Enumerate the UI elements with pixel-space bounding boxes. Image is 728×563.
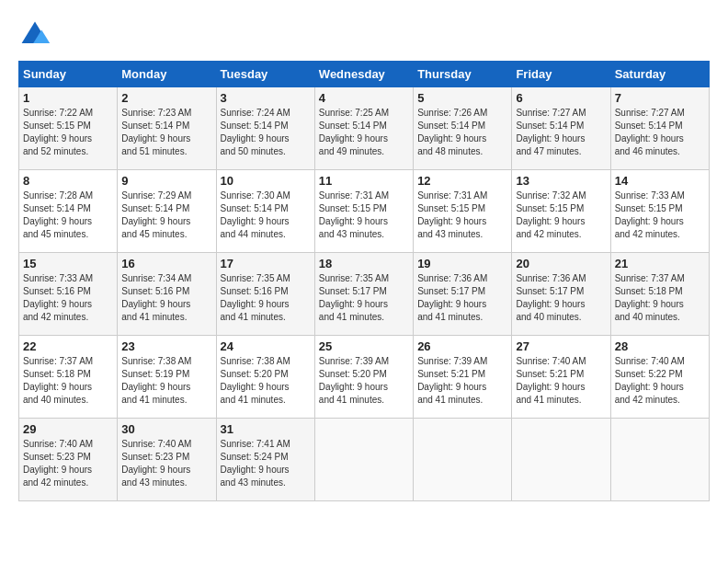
day-cell: 14 Sunrise: 7:33 AMSunset: 5:15 PMDaylig… <box>610 170 709 253</box>
day-cell: 26 Sunrise: 7:39 AMSunset: 5:21 PMDaylig… <box>414 336 512 419</box>
day-info: Sunrise: 7:35 AMSunset: 5:16 PMDaylight:… <box>221 272 311 324</box>
day-info: Sunrise: 7:22 AMSunset: 5:15 PMDaylight:… <box>23 107 113 158</box>
day-info: Sunrise: 7:37 AMSunset: 5:18 PMDaylight:… <box>23 355 113 407</box>
header-cell-monday: Monday <box>118 62 216 87</box>
day-cell: 7 Sunrise: 7:27 AMSunset: 5:14 PMDayligh… <box>610 87 709 170</box>
day-info: Sunrise: 7:33 AMSunset: 5:15 PMDaylight:… <box>615 190 705 241</box>
header-cell-friday: Friday <box>512 62 610 87</box>
header-cell-saturday: Saturday <box>610 62 709 87</box>
day-number: 17 <box>221 257 311 270</box>
day-cell: 15 Sunrise: 7:33 AMSunset: 5:16 PMDaylig… <box>19 253 118 336</box>
day-cell: 23 Sunrise: 7:38 AMSunset: 5:19 PMDaylig… <box>118 336 216 419</box>
day-cell: 30 Sunrise: 7:40 AMSunset: 5:23 PMDaylig… <box>118 419 216 501</box>
day-info: Sunrise: 7:39 AMSunset: 5:20 PMDaylight:… <box>319 355 409 407</box>
day-cell: 6 Sunrise: 7:27 AMSunset: 5:14 PMDayligh… <box>512 87 610 170</box>
calendar-header: SundayMondayTuesdayWednesdayThursdayFrid… <box>19 62 710 87</box>
day-number: 3 <box>221 91 311 105</box>
day-info: Sunrise: 7:31 AMSunset: 5:15 PMDaylight:… <box>417 190 507 241</box>
day-cell: 29 Sunrise: 7:40 AMSunset: 5:23 PMDaylig… <box>19 419 118 501</box>
day-info: Sunrise: 7:30 AMSunset: 5:14 PMDaylight:… <box>221 190 311 241</box>
day-info: Sunrise: 7:40 AMSunset: 5:23 PMDaylight:… <box>23 438 113 489</box>
day-number: 4 <box>319 91 409 105</box>
day-cell: 25 Sunrise: 7:39 AMSunset: 5:20 PMDaylig… <box>314 336 413 419</box>
day-cell: 13 Sunrise: 7:32 AMSunset: 5:15 PMDaylig… <box>512 170 610 253</box>
day-cell: 21 Sunrise: 7:37 AMSunset: 5:18 PMDaylig… <box>610 253 709 336</box>
day-info: Sunrise: 7:35 AMSunset: 5:17 PMDaylight:… <box>319 272 409 324</box>
header-cell-tuesday: Tuesday <box>216 62 314 87</box>
day-number: 12 <box>417 174 507 188</box>
day-number: 6 <box>516 91 606 105</box>
day-cell: 12 Sunrise: 7:31 AMSunset: 5:15 PMDaylig… <box>414 170 512 253</box>
day-number: 28 <box>615 339 705 353</box>
day-cell: 19 Sunrise: 7:36 AMSunset: 5:17 PMDaylig… <box>414 253 512 336</box>
day-number: 21 <box>615 257 705 270</box>
day-info: Sunrise: 7:29 AMSunset: 5:14 PMDaylight:… <box>121 190 211 241</box>
day-cell: 16 Sunrise: 7:34 AMSunset: 5:16 PMDaylig… <box>118 253 216 336</box>
day-info: Sunrise: 7:26 AMSunset: 5:14 PMDaylight:… <box>417 107 507 158</box>
day-info: Sunrise: 7:38 AMSunset: 5:19 PMDaylight:… <box>121 355 211 407</box>
day-number: 19 <box>417 257 507 270</box>
calendar: SundayMondayTuesdayWednesdayThursdayFrid… <box>18 61 710 501</box>
day-number: 10 <box>221 174 311 188</box>
week-row-5: 29 Sunrise: 7:40 AMSunset: 5:23 PMDaylig… <box>19 419 710 501</box>
day-cell <box>314 419 413 501</box>
day-number: 18 <box>319 257 409 270</box>
week-row-3: 15 Sunrise: 7:33 AMSunset: 5:16 PMDaylig… <box>19 253 710 336</box>
day-info: Sunrise: 7:23 AMSunset: 5:14 PMDaylight:… <box>121 107 211 158</box>
day-info: Sunrise: 7:40 AMSunset: 5:21 PMDaylight:… <box>516 355 606 407</box>
day-cell <box>610 419 709 501</box>
week-row-2: 8 Sunrise: 7:28 AMSunset: 5:14 PMDayligh… <box>19 170 710 253</box>
day-number: 11 <box>319 174 409 188</box>
day-info: Sunrise: 7:27 AMSunset: 5:14 PMDaylight:… <box>615 107 705 158</box>
day-info: Sunrise: 7:34 AMSunset: 5:16 PMDaylight:… <box>121 272 211 324</box>
day-number: 22 <box>23 339 113 353</box>
day-cell: 9 Sunrise: 7:29 AMSunset: 5:14 PMDayligh… <box>118 170 216 253</box>
day-number: 5 <box>417 91 507 105</box>
header-row: SundayMondayTuesdayWednesdayThursdayFrid… <box>19 62 710 87</box>
day-number: 23 <box>121 339 211 353</box>
day-number: 13 <box>516 174 606 188</box>
day-info: Sunrise: 7:41 AMSunset: 5:24 PMDaylight:… <box>221 438 311 489</box>
day-cell: 11 Sunrise: 7:31 AMSunset: 5:15 PMDaylig… <box>314 170 413 253</box>
day-cell: 4 Sunrise: 7:25 AMSunset: 5:14 PMDayligh… <box>314 87 413 170</box>
day-cell: 18 Sunrise: 7:35 AMSunset: 5:17 PMDaylig… <box>314 253 413 336</box>
day-info: Sunrise: 7:27 AMSunset: 5:14 PMDaylight:… <box>516 107 606 158</box>
day-number: 7 <box>615 91 705 105</box>
day-cell <box>512 419 610 501</box>
day-cell: 17 Sunrise: 7:35 AMSunset: 5:16 PMDaylig… <box>216 253 314 336</box>
header-cell-thursday: Thursday <box>414 62 512 87</box>
day-info: Sunrise: 7:32 AMSunset: 5:15 PMDaylight:… <box>516 190 606 241</box>
week-row-1: 1 Sunrise: 7:22 AMSunset: 5:15 PMDayligh… <box>19 87 710 170</box>
day-info: Sunrise: 7:24 AMSunset: 5:14 PMDaylight:… <box>221 107 311 158</box>
day-cell: 27 Sunrise: 7:40 AMSunset: 5:21 PMDaylig… <box>512 336 610 419</box>
day-cell: 1 Sunrise: 7:22 AMSunset: 5:15 PMDayligh… <box>19 87 118 170</box>
day-number: 16 <box>121 257 211 270</box>
day-cell: 8 Sunrise: 7:28 AMSunset: 5:14 PMDayligh… <box>19 170 118 253</box>
day-info: Sunrise: 7:40 AMSunset: 5:23 PMDaylight:… <box>121 438 211 489</box>
day-info: Sunrise: 7:31 AMSunset: 5:15 PMDaylight:… <box>319 190 409 241</box>
day-cell: 24 Sunrise: 7:38 AMSunset: 5:20 PMDaylig… <box>216 336 314 419</box>
day-number: 8 <box>23 174 113 188</box>
day-cell <box>414 419 512 501</box>
day-number: 30 <box>121 422 211 436</box>
day-number: 26 <box>417 339 507 353</box>
day-cell: 5 Sunrise: 7:26 AMSunset: 5:14 PMDayligh… <box>414 87 512 170</box>
day-info: Sunrise: 7:39 AMSunset: 5:21 PMDaylight:… <box>417 355 507 407</box>
day-info: Sunrise: 7:36 AMSunset: 5:17 PMDaylight:… <box>417 272 507 324</box>
day-cell: 3 Sunrise: 7:24 AMSunset: 5:14 PMDayligh… <box>216 87 314 170</box>
day-cell: 31 Sunrise: 7:41 AMSunset: 5:24 PMDaylig… <box>216 419 314 501</box>
day-number: 27 <box>516 339 606 353</box>
day-cell: 20 Sunrise: 7:36 AMSunset: 5:17 PMDaylig… <box>512 253 610 336</box>
day-number: 1 <box>23 91 113 105</box>
day-info: Sunrise: 7:36 AMSunset: 5:17 PMDaylight:… <box>516 272 606 324</box>
calendar-body: 1 Sunrise: 7:22 AMSunset: 5:15 PMDayligh… <box>19 87 710 501</box>
header-cell-wednesday: Wednesday <box>314 62 413 87</box>
day-cell: 10 Sunrise: 7:30 AMSunset: 5:14 PMDaylig… <box>216 170 314 253</box>
day-info: Sunrise: 7:37 AMSunset: 5:18 PMDaylight:… <box>615 272 705 324</box>
day-number: 15 <box>23 257 113 270</box>
day-number: 14 <box>615 174 705 188</box>
day-number: 31 <box>221 422 311 436</box>
day-number: 29 <box>23 422 113 436</box>
day-cell: 2 Sunrise: 7:23 AMSunset: 5:14 PMDayligh… <box>118 87 216 170</box>
day-info: Sunrise: 7:33 AMSunset: 5:16 PMDaylight:… <box>23 272 113 324</box>
